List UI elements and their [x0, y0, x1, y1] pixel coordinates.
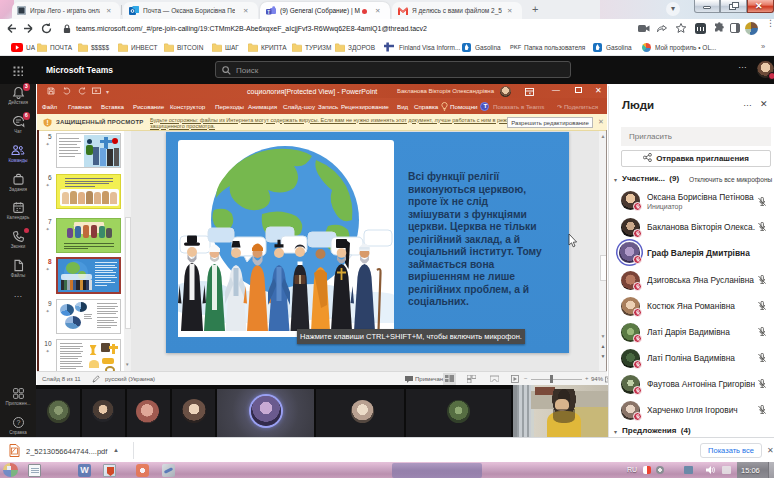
svg-text:T: T	[267, 10, 270, 15]
svg-text:!: !	[46, 119, 48, 126]
svg-text:?: ?	[16, 419, 20, 426]
